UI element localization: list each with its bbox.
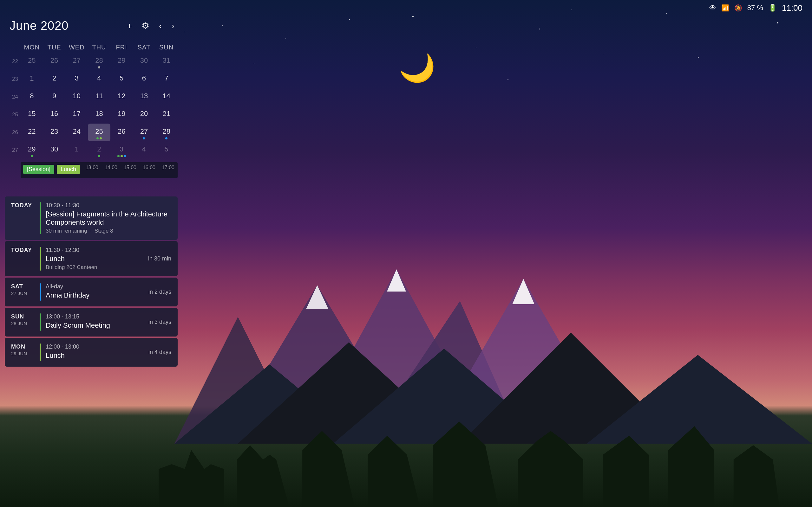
event-card-birthday[interactable]: SAT 27 JUN All-day Anna Birthday in 2 da… xyxy=(5,278,177,306)
day-15-jun[interactable]: 15 xyxy=(20,106,43,124)
week-row-24: 24 8 9 10 11 12 13 14 xyxy=(9,88,177,106)
week-days-23: 1 2 3 4 5 6 7 xyxy=(20,70,177,88)
day-5-jul[interactable]: 5 xyxy=(155,141,177,159)
day-2-jul[interactable]: 2 xyxy=(88,141,110,159)
day-3-jul[interactable]: 3 xyxy=(110,141,133,159)
day-25-may[interactable]: 25 xyxy=(20,53,43,70)
event-date-sub-5: 29 JUN xyxy=(11,351,35,356)
day-30-may[interactable]: 30 xyxy=(133,53,155,70)
prev-month-button[interactable]: ‹ xyxy=(156,19,165,33)
event-title-4: Daily Scrum Meeting xyxy=(46,321,144,330)
weekday-sat: SAT xyxy=(133,42,155,53)
day-4-jun[interactable]: 4 xyxy=(88,70,110,88)
day-4-jul[interactable]: 4 xyxy=(133,141,155,159)
day-8-jun[interactable]: 8 xyxy=(20,88,43,106)
week-row-27: 27 29 30 1 2 3 xyxy=(9,141,177,159)
status-eye-icon: 👁 xyxy=(709,4,716,12)
calendar-title: June 2020 xyxy=(9,19,69,33)
day-3-jun[interactable]: 3 xyxy=(65,70,88,88)
moon xyxy=(400,51,425,76)
week-row-22: 22 25 26 27 28 29 30 31 xyxy=(9,53,177,70)
day-23-jun[interactable]: 23 xyxy=(43,124,66,141)
day-2-jun[interactable]: 2 xyxy=(43,70,66,88)
event-card-lunch-mon[interactable]: MON 29 JUN 12:00 - 13:00 Lunch in 4 days xyxy=(5,338,177,367)
weekday-tue: TUE xyxy=(43,42,66,53)
next-month-button[interactable]: › xyxy=(168,19,177,33)
day-24-jun[interactable]: 24 xyxy=(65,124,88,141)
event-date-today-2: TODAY xyxy=(11,247,35,271)
day-29-jun[interactable]: 29 xyxy=(20,141,43,159)
add-event-button[interactable]: + xyxy=(124,19,135,33)
day-28-jun[interactable]: 28 xyxy=(155,124,177,141)
week-number-27: 27 xyxy=(9,147,20,153)
day-21-jun[interactable]: 21 xyxy=(155,106,177,124)
week-days-25: 15 16 17 18 19 20 21 xyxy=(20,106,177,124)
event-time-1: 10:30 - 11:30 xyxy=(46,202,171,209)
calendar-grid: MON TUE WED THU FRI SAT SUN 22 25 26 27 … xyxy=(9,42,177,159)
day-14-jun[interactable]: 14 xyxy=(155,88,177,106)
day-1-jul[interactable]: 1 xyxy=(65,141,88,159)
event-countdown-3: in 2 days xyxy=(148,289,171,295)
day-16-jun[interactable]: 16 xyxy=(43,106,66,124)
event-bar-3 xyxy=(40,283,41,301)
svg-marker-6 xyxy=(512,279,535,304)
day-12-jun[interactable]: 12 xyxy=(110,88,133,106)
day-17-jun[interactable]: 17 xyxy=(65,106,88,124)
day-26-may[interactable]: 26 xyxy=(43,53,66,70)
timeline-session-event: [Session] xyxy=(23,165,54,174)
day-27-jun[interactable]: 27 xyxy=(133,124,155,141)
day-10-jun[interactable]: 10 xyxy=(65,88,88,106)
day-9-jun[interactable]: 9 xyxy=(43,88,66,106)
week-number-26: 26 xyxy=(9,129,20,135)
event-subtitle-2: Building 202 Canteen xyxy=(46,264,143,271)
week-row-25: 25 15 16 17 18 19 20 21 xyxy=(9,106,177,124)
weekday-sun: SUN xyxy=(155,42,177,53)
events-list: TODAY 10:30 - 11:30 [Session] Fragments … xyxy=(5,196,177,368)
event-card-lunch[interactable]: TODAY 11:30 - 12:30 Lunch Building 202 C… xyxy=(5,241,177,276)
day-1-jun[interactable]: 1 xyxy=(20,70,43,88)
event-time-2: 11:30 - 12:30 xyxy=(46,247,143,253)
day-27-may[interactable]: 27 xyxy=(65,53,88,70)
day-26-jun[interactable]: 26 xyxy=(110,124,133,141)
event-title-3: Anna Birthday xyxy=(46,291,144,299)
day-5-jun[interactable]: 5 xyxy=(110,70,133,88)
day-18-jun[interactable]: 18 xyxy=(88,106,110,124)
event-date-today-1: TODAY xyxy=(11,202,35,234)
week-days-22: 25 26 27 28 29 30 31 xyxy=(20,53,177,70)
day-31-may[interactable]: 31 xyxy=(155,53,177,70)
event-bar-1 xyxy=(40,202,41,234)
weekday-fri: FRI xyxy=(110,42,133,53)
settings-button[interactable]: ⚙ xyxy=(138,19,153,33)
day-6-jun[interactable]: 6 xyxy=(133,70,155,88)
day-28-may[interactable]: 28 xyxy=(88,53,110,70)
event-title-2: Lunch xyxy=(46,255,143,263)
event-time-5: 12:00 - 13:00 xyxy=(46,343,144,350)
status-bell-icon: 🔕 xyxy=(734,4,742,12)
weekday-wed: WED xyxy=(65,42,88,53)
day-22-jun[interactable]: 22 xyxy=(20,124,43,141)
timeline-hour-14: 14:00 xyxy=(101,165,120,170)
day-20-jun[interactable]: 20 xyxy=(133,106,155,124)
week-row-23: 23 1 2 3 4 5 6 7 xyxy=(9,70,177,88)
event-date-sub-4: 28 JUN xyxy=(11,321,35,326)
event-date-label-4: SUN xyxy=(11,314,35,320)
day-29-may[interactable]: 29 xyxy=(110,53,133,70)
day-30-jun[interactable]: 30 xyxy=(43,141,66,159)
event-subtitle-1: 30 min remaining · Stage 8 xyxy=(46,228,171,234)
mountain-scene xyxy=(174,253,812,444)
day-25-jun[interactable]: 25 xyxy=(88,124,110,141)
day-13-jun[interactable]: 13 xyxy=(133,88,155,106)
day-11-jun[interactable]: 11 xyxy=(88,88,110,106)
event-date-label-1: TODAY xyxy=(11,202,35,209)
day-7-jun[interactable]: 7 xyxy=(155,70,177,88)
timeline-lunch-event: Lunch xyxy=(57,165,80,174)
event-date-label-2: TODAY xyxy=(11,247,35,253)
clock: 11:00 xyxy=(782,3,803,13)
event-content-3: All-day Anna Birthday xyxy=(46,283,144,301)
weekday-row: MON TUE WED THU FRI SAT SUN xyxy=(20,42,177,53)
event-card-session[interactable]: TODAY 10:30 - 11:30 [Session] Fragments … xyxy=(5,196,177,240)
day-19-jun[interactable]: 19 xyxy=(110,106,133,124)
event-bar-5 xyxy=(40,343,41,361)
week-days-26: 22 23 24 25 26 27 28 xyxy=(20,124,177,141)
event-card-scrum[interactable]: SUN 28 JUN 13:00 - 13:15 Daily Scrum Mee… xyxy=(5,308,177,337)
